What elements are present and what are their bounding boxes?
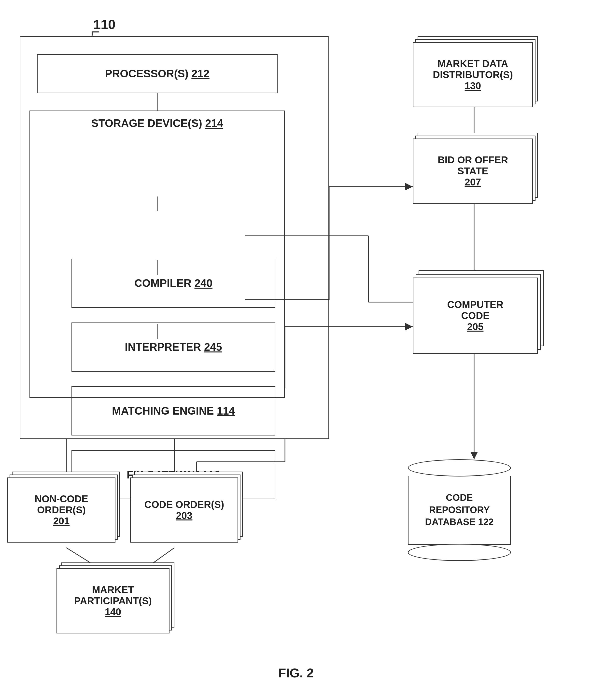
non-code-doc-stack: NON-CODEORDER(S)201 [7, 471, 125, 543]
interpreter-box: INTERPRETER 245 [71, 322, 276, 371]
interpreter-label: INTERPRETER 245 [125, 341, 222, 353]
compiler-box: COMPILER 240 [71, 259, 276, 308]
code-orders-doc-stack: CODE ORDER(S)203 [130, 471, 248, 543]
diagram-container: ⌐ 110 PROCESSOR(S) 212 STORAGE DEVICE(S)… [0, 0, 592, 700]
storage-label: STORAGE DEVICE(S) 214 [91, 117, 223, 130]
processor-label: PROCESSOR(S) 212 [105, 67, 209, 80]
market-part-doc-stack: MARKETPARTICIPANT(S)140 [56, 562, 179, 634]
computer-code-doc-stack: COMPUTERCODE205 [413, 270, 550, 354]
computer-code-front: COMPUTERCODE205 [413, 278, 538, 354]
market-part-label: MARKETPARTICIPANT(S)140 [74, 584, 152, 617]
svg-marker-26 [405, 323, 413, 330]
cylinder-body: CODEREPOSITORYDATABASE 122 [408, 476, 511, 545]
cylinder: CODEREPOSITORYDATABASE 122 [408, 459, 511, 562]
computer-code: COMPUTERCODE205 [413, 270, 550, 354]
cylinder-bottom [408, 544, 511, 561]
cylinder-top [408, 459, 511, 477]
code-repo-label: CODEREPOSITORYDATABASE 122 [425, 492, 493, 528]
svg-marker-27 [471, 452, 478, 459]
code-orders: CODE ORDER(S)203 [130, 471, 248, 543]
code-repository-database: CODEREPOSITORYDATABASE 122 [408, 459, 511, 562]
processor-box: PROCESSOR(S) 212 [37, 54, 278, 93]
market-data-label: MARKET DATADISTRIBUTOR(S)130 [433, 58, 513, 91]
svg-marker-25 [405, 183, 413, 190]
non-code-label: NON-CODEORDER(S)201 [35, 493, 88, 527]
code-orders-label: CODE ORDER(S)203 [144, 499, 224, 521]
system-label: 110 [93, 17, 115, 32]
bid-offer-state: BID OR OFFERSTATE207 [413, 133, 543, 204]
bid-offer-doc-stack: BID OR OFFERSTATE207 [413, 133, 543, 204]
non-code-orders: NON-CODEORDER(S)201 [7, 471, 125, 543]
storage-box: STORAGE DEVICE(S) 214 COMPILER 240 INTER… [30, 110, 285, 398]
code-orders-front: CODE ORDER(S)203 [130, 478, 238, 543]
market-data-doc-stack: MARKET DATADISTRIBUTOR(S)130 [413, 36, 543, 108]
market-data-distributor: MARKET DATADISTRIBUTOR(S)130 [413, 36, 543, 108]
bid-offer-front: BID OR OFFERSTATE207 [413, 139, 533, 204]
computer-code-label: COMPUTERCODE205 [447, 299, 503, 332]
bid-offer-label: BID OR OFFERSTATE207 [438, 154, 508, 188]
market-participants: MARKETPARTICIPANT(S)140 [56, 562, 179, 634]
matching-engine-box: MATCHING ENGINE 114 [71, 386, 276, 436]
figure-label: FIG. 2 [278, 666, 314, 680]
non-code-front: NON-CODEORDER(S)201 [7, 478, 115, 543]
market-part-front: MARKETPARTICIPANT(S)140 [56, 568, 169, 634]
compiler-label: COMPILER 240 [134, 277, 212, 289]
market-data-front: MARKET DATADISTRIBUTOR(S)130 [413, 42, 533, 107]
matching-engine-label: MATCHING ENGINE 114 [112, 405, 235, 417]
